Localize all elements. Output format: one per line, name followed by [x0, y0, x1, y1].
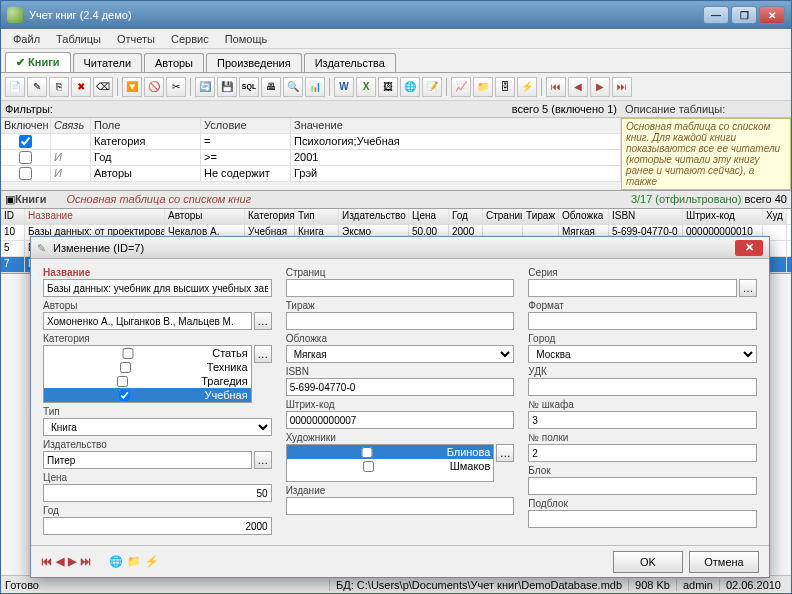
artist-item[interactable]: Блинова — [287, 445, 494, 459]
minimize-button[interactable]: — — [703, 6, 729, 24]
input-isbn[interactable] — [286, 378, 515, 396]
tool-filter-off-icon[interactable]: 🚫 — [144, 77, 164, 97]
tool-excel-icon[interactable]: X — [356, 77, 376, 97]
menu-service[interactable]: Сервис — [163, 31, 217, 47]
input-format[interactable] — [528, 312, 757, 330]
tab-readers[interactable]: Читатели — [73, 53, 143, 72]
input-cena[interactable] — [43, 484, 272, 502]
grid-col-6[interactable]: Цена — [409, 209, 449, 224]
maximize-button[interactable]: ❐ — [731, 6, 757, 24]
input-tirazh[interactable] — [286, 312, 515, 330]
select-oblozhka[interactable]: Мягкая — [286, 345, 515, 363]
nav-next-icon[interactable]: ▶ — [590, 77, 610, 97]
dlg-globe-icon[interactable]: 🌐 — [109, 555, 123, 568]
input-stranic[interactable] — [286, 279, 515, 297]
input-shtrih[interactable] — [286, 411, 515, 429]
filter-field[interactable]: Авторы — [91, 166, 201, 181]
izdatelstvo-browse-button[interactable]: … — [254, 451, 272, 469]
tab-works[interactable]: Произведения — [206, 53, 302, 72]
menu-file[interactable]: Файл — [5, 31, 48, 47]
dlg-flash-icon[interactable]: ⚡ — [145, 555, 159, 568]
tool-print-icon[interactable]: 🖶 — [261, 77, 281, 97]
grid-col-4[interactable]: Тип — [295, 209, 339, 224]
filter-cond[interactable]: >= — [201, 150, 291, 165]
tool-new-icon[interactable]: 📄 — [5, 77, 25, 97]
input-god[interactable] — [43, 517, 272, 535]
dialog-close-button[interactable]: ✕ — [735, 240, 763, 256]
tool-filter-icon[interactable]: 🔽 — [122, 77, 142, 97]
filter-value[interactable]: Психология;Учебная — [291, 134, 621, 149]
select-tip[interactable]: Книга — [43, 418, 272, 436]
tool-filter-x-icon[interactable]: ✂ — [166, 77, 186, 97]
close-button[interactable]: ✕ — [759, 6, 785, 24]
artists-listbox[interactable]: Блинова Шмаков — [286, 444, 495, 482]
filter-cond[interactable]: = — [201, 134, 291, 149]
grid-col-10[interactable]: Обложка — [559, 209, 609, 224]
tool-image-icon[interactable]: 🖼 — [378, 77, 398, 97]
tool-sql-icon[interactable]: SQL — [239, 77, 259, 97]
filter-checkbox[interactable] — [1, 150, 51, 165]
artists-browse-button[interactable]: … — [496, 444, 514, 462]
tool-clear-icon[interactable]: ⌫ — [93, 77, 113, 97]
avtory-browse-button[interactable]: … — [254, 312, 272, 330]
tool-folder-icon[interactable]: 📁 — [473, 77, 493, 97]
dialog-titlebar[interactable]: ✎ Изменение (ID=7) ✕ — [31, 237, 769, 259]
grid-col-5[interactable]: Издательство — [339, 209, 409, 224]
nav-prev-icon[interactable]: ◀ — [568, 77, 588, 97]
grid-col-7[interactable]: Год — [449, 209, 483, 224]
category-item[interactable]: Трагедия — [44, 374, 251, 388]
ok-button[interactable]: OK — [613, 551, 683, 573]
tool-db-icon[interactable]: 🗄 — [495, 77, 515, 97]
tool-wizard-icon[interactable]: ⚡ — [517, 77, 537, 97]
category-listbox[interactable]: Статья Техника Трагедия Учебная — [43, 345, 252, 403]
tool-delete-icon[interactable]: ✖ — [71, 77, 91, 97]
input-podblok[interactable] — [528, 510, 757, 528]
dlg-folder-icon[interactable]: 📁 — [127, 555, 141, 568]
grid-col-3[interactable]: Категория — [245, 209, 295, 224]
dlg-nav-last-icon[interactable]: ⏭ — [80, 555, 91, 568]
input-polka[interactable] — [528, 444, 757, 462]
input-avtory[interactable] — [43, 312, 252, 330]
input-izdanie[interactable] — [286, 497, 515, 515]
filter-field[interactable]: Категория — [91, 134, 201, 149]
grid-col-0[interactable]: ID — [1, 209, 25, 224]
tool-stats-icon[interactable]: 📈 — [451, 77, 471, 97]
filter-value[interactable]: Грэй — [291, 166, 621, 181]
grid-col-1[interactable]: Название — [25, 209, 165, 224]
filter-checkbox[interactable] — [1, 166, 51, 181]
grid-col-13[interactable]: Худ — [763, 209, 787, 224]
grid-col-8[interactable]: Страниц — [483, 209, 523, 224]
grid-col-2[interactable]: Авторы — [165, 209, 245, 224]
tool-word-icon[interactable]: W — [334, 77, 354, 97]
tool-preview-icon[interactable]: 🔍 — [283, 77, 303, 97]
filter-grid[interactable]: Включен Связь Поле Условие Значение Кате… — [1, 118, 621, 182]
tool-text-icon[interactable]: 📝 — [422, 77, 442, 97]
input-nazvanie[interactable] — [43, 279, 272, 297]
dlg-nav-first-icon[interactable]: ⏮ — [41, 555, 52, 568]
menu-help[interactable]: Помощь — [217, 31, 276, 47]
category-browse-button[interactable]: … — [254, 345, 272, 363]
filter-cond[interactable]: Не содержит — [201, 166, 291, 181]
grid-col-9[interactable]: Тираж — [523, 209, 559, 224]
tool-copy-icon[interactable]: ⎘ — [49, 77, 69, 97]
input-shkaf[interactable] — [528, 411, 757, 429]
menu-reports[interactable]: Отчеты — [109, 31, 163, 47]
tab-authors[interactable]: Авторы — [144, 53, 204, 72]
tool-edit-icon[interactable]: ✎ — [27, 77, 47, 97]
tab-publishers[interactable]: Издательства — [304, 53, 396, 72]
input-izdatelstvo[interactable] — [43, 451, 252, 469]
filter-checkbox[interactable] — [1, 134, 51, 149]
grid-col-12[interactable]: Штрих-код — [683, 209, 763, 224]
filter-value[interactable]: 2001 — [291, 150, 621, 165]
titlebar[interactable]: Учет книг (2.4 демо) — ❐ ✕ — [1, 1, 791, 29]
category-item[interactable]: Статья — [44, 346, 251, 360]
grid-col-11[interactable]: ISBN — [609, 209, 683, 224]
seriya-browse-button[interactable]: … — [739, 279, 757, 297]
dlg-nav-next-icon[interactable]: ▶ — [68, 555, 76, 568]
tool-save-icon[interactable]: 💾 — [217, 77, 237, 97]
dlg-nav-prev-icon[interactable]: ◀ — [56, 555, 64, 568]
category-item[interactable]: Учебная — [44, 388, 251, 402]
input-udk[interactable] — [528, 378, 757, 396]
artist-item[interactable]: Шмаков — [287, 459, 494, 473]
menu-tables[interactable]: Таблицы — [48, 31, 109, 47]
